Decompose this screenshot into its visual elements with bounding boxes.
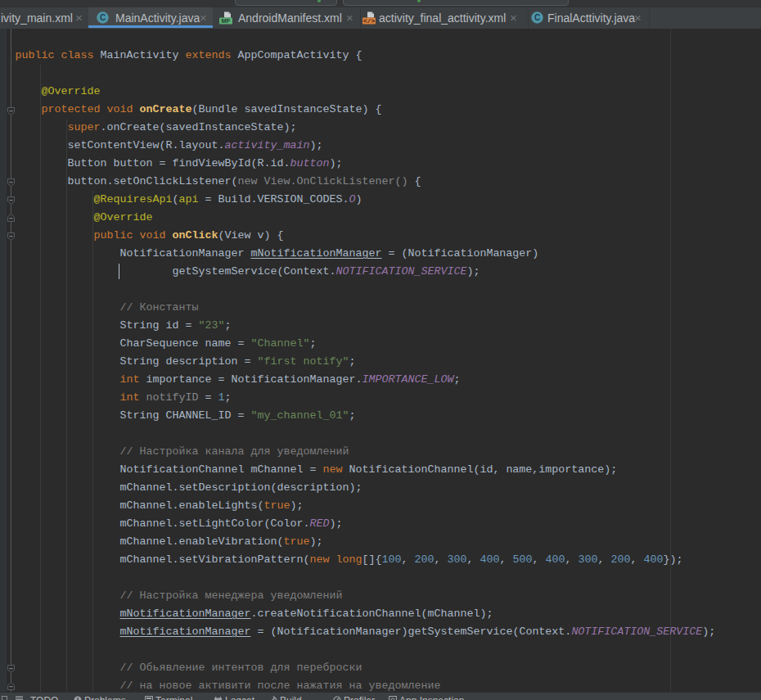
svg-text:C: C — [534, 13, 540, 22]
svg-text:MF: MF — [222, 17, 231, 25]
svg-text:</>: </> — [363, 17, 376, 25]
svg-text:C: C — [99, 13, 105, 22]
